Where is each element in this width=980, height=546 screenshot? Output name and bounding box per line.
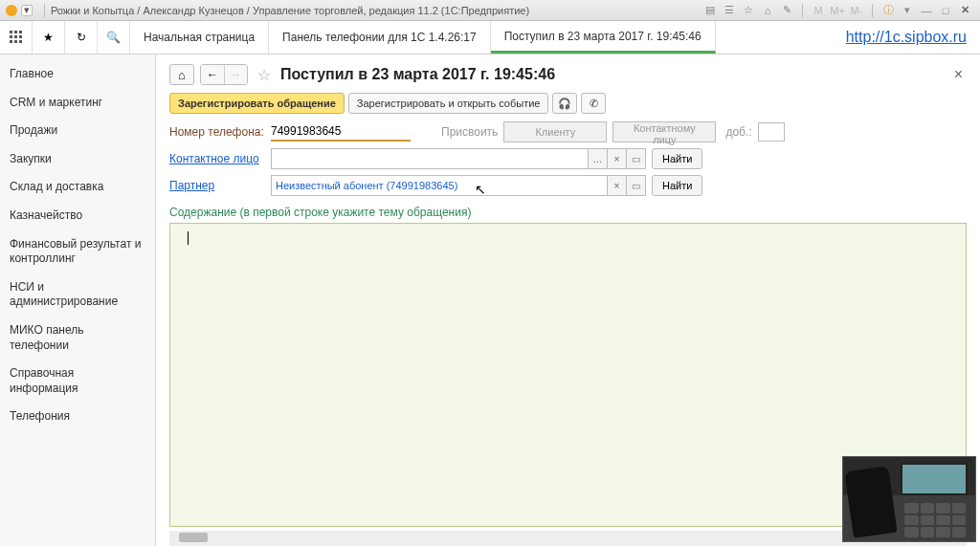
app-menu-dropdown[interactable]: ▾ [21,5,33,16]
sidebar-item-label: CRM и маркетинг [10,96,102,109]
maximize-icon[interactable]: □ [938,3,953,18]
sidebar-item-label: Финансовый результат и контроллинг [10,237,141,266]
webcam-overlay [842,456,976,542]
svg-rect-6 [10,40,12,43]
button-label: Найти [662,180,692,191]
contact-more-button[interactable]: … [589,148,608,169]
svg-rect-0 [10,31,12,33]
assign-client-button[interactable]: Клиенту [503,121,607,142]
sidebar-item-nsi[interactable]: НСИ и администрирование [0,273,155,317]
nav-back-forward: ← → [200,64,248,85]
toolbar-m-minus[interactable]: M- [849,3,864,18]
page-title: Поступил в 23 марта 2017 г. 19:45:46 [280,66,555,83]
contact-clear-button[interactable]: × [608,148,627,169]
button-label: Клиенту [535,126,575,138]
svg-rect-2 [19,31,22,33]
sidebar-item-finance[interactable]: Финансовый результат и контроллинг [0,230,155,273]
sidebar-item-label: Телефония [10,409,70,423]
contact-open-button[interactable]: ▭ [627,148,646,169]
tab-telephony-panel[interactable]: Панель телефонии для 1С 1.4.26:17 [269,21,491,54]
tab-label: Панель телефонии для 1С 1.4.26:17 [282,31,477,44]
svg-rect-1 [14,31,17,33]
sipbox-link[interactable]: http://1c.sipbox.ru [846,29,967,46]
sidebar-item-label: Закупки [10,152,52,165]
sidebar-item-warehouse[interactable]: Склад и доставка [0,173,155,202]
apps-grid-icon[interactable] [0,21,33,54]
toolbar-icon-5[interactable]: ✎ [779,3,794,18]
external-link[interactable]: http://1c.sipbox.ru [833,21,980,54]
sidebar-item-purchases[interactable]: Закупки [0,145,155,174]
sidebar-item-label: МИКО панель телефонии [10,323,83,352]
toolbar-icon-2[interactable]: ☰ [722,3,737,18]
headset-icon-button[interactable]: 🎧 [552,93,577,114]
partner-open-button[interactable]: ▭ [627,175,646,196]
window-title: Рожки и Копытца / Александр Кузнецов / У… [51,5,529,16]
svg-rect-4 [14,35,17,38]
sidebar-item-miko[interactable]: МИКО панель телефонии [0,317,155,360]
tab-incoming-call[interactable]: Поступил в 23 марта 2017 г. 19:45:46 [491,21,716,54]
register-request-button[interactable]: Зарегистрировать обращение [169,93,345,114]
close-icon[interactable]: ✕ [957,3,972,18]
svg-rect-7 [14,40,17,43]
favorites-star-icon[interactable]: ★ [33,21,65,54]
window-titlebar: ▾ Рожки и Копытца / Александр Кузнецов /… [0,0,980,21]
phone-input[interactable] [271,122,411,142]
toolbar-m[interactable]: M [811,3,826,18]
button-label: Зарегистрировать обращение [178,98,336,109]
button-label: Контактному лицу [634,122,696,145]
info-icon[interactable]: ⓘ [880,3,896,18]
partner-clear-button[interactable]: × [608,175,627,196]
sidebar-item-main[interactable]: Главное [0,60,155,89]
sidebar-item-reference[interactable]: Справочная информация [0,360,155,403]
svg-rect-3 [10,35,12,38]
sidebar-item-label: Главное [10,67,54,80]
forward-button[interactable]: → [224,65,247,84]
button-label: Зарегистрировать и открыть событие [357,98,541,109]
back-button[interactable]: ← [201,65,224,84]
home-button[interactable]: ⌂ [169,64,194,85]
sidebar-item-label: Продажи [10,123,57,137]
search-icon[interactable]: 🔍 [98,21,130,54]
top-tabstrip: ★ ↻ 🔍 Начальная страница Панель телефони… [0,21,980,55]
partner-input[interactable] [271,175,608,196]
content-hint-label: Содержание (в первой строке укажите тему… [169,206,967,219]
register-open-event-button[interactable]: Зарегистрировать и открыть событие [348,93,549,114]
toolbar-icon-4[interactable]: ⌂ [760,3,775,18]
dropdown-icon[interactable]: ▾ [900,3,915,18]
sidebar-item-crm[interactable]: CRM и маркетинг [0,89,155,118]
assign-label: Присвоить [441,125,498,139]
history-icon[interactable]: ↻ [65,21,98,54]
tab-label: Поступил в 23 марта 2017 г. 19:45:46 [504,30,702,43]
call-icon-button[interactable]: ✆ [581,93,606,114]
app-badge-icon [6,5,17,16]
sidebar-item-label: Склад и доставка [10,180,103,193]
toolbar-icon-1[interactable]: ▤ [702,3,718,18]
svg-rect-8 [19,40,22,43]
scrollbar-thumb[interactable] [179,533,208,542]
divider [802,4,803,17]
text-cursor [188,231,189,245]
partner-label-link[interactable]: Партнер [169,179,265,192]
contact-find-button[interactable]: Найти [652,148,702,169]
tab-home[interactable]: Начальная страница [130,21,269,54]
toolbar-m-plus[interactable]: M+ [830,3,845,18]
favorite-star-icon[interactable]: ☆ [254,66,275,84]
assign-contact-button[interactable]: Контактному лицу [612,121,716,142]
phone-label: Номер телефона: [169,125,265,139]
sidebar-item-sales[interactable]: Продажи [0,117,155,145]
sidebar-item-treasury[interactable]: Казначейство [0,202,155,230]
sidebar-item-label: Справочная информация [10,366,78,395]
ext-input[interactable] [758,122,785,142]
toolbar-icon-3[interactable]: ☆ [741,3,756,18]
contact-input[interactable] [271,148,589,169]
tab-label: Начальная страница [144,31,255,44]
sidebar-item-telephony[interactable]: Телефония [0,403,155,431]
svg-rect-5 [19,35,22,38]
close-page-button[interactable]: × [950,66,967,83]
button-label: Найти [662,153,692,164]
divider [44,4,45,17]
partner-find-button[interactable]: Найти [652,175,702,196]
sidebar-item-label: НСИ и администрирование [10,280,118,309]
minimize-icon[interactable]: — [919,3,934,18]
contact-label-link[interactable]: Контактное лицо [169,152,265,165]
